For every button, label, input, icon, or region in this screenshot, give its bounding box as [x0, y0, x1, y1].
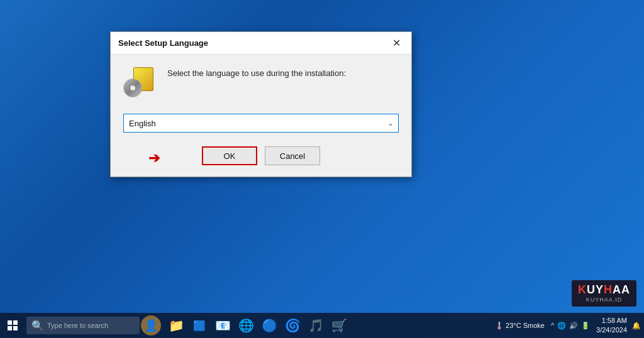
- language-select-wrapper: English French German Spanish Italian Po…: [123, 114, 399, 133]
- installer-icon: [123, 67, 156, 100]
- date-display: 3/24/2024: [596, 325, 627, 335]
- dialog-close-button[interactable]: ✕: [389, 36, 404, 51]
- taskbar: 🔍 👤 📁 🟦 📧 🌐 🔵 🌀 🎵 🛒 🌡️ 23°C Smoke ^: [0, 313, 644, 338]
- language-select[interactable]: English French German Spanish Italian Po…: [123, 114, 399, 133]
- taskbar-app-chrome[interactable]: 🌀: [281, 313, 304, 338]
- taskbar-right: 🌡️ 23°C Smoke ^ 🌐 🔊 🔋 1:58 AM 3/24/2024 …: [495, 316, 644, 335]
- dialog-wrapper: Select Setup Language ✕ Select the langu…: [110, 31, 412, 177]
- dialog-title: Select Setup Language: [118, 38, 208, 48]
- avatar: 👤: [141, 315, 161, 335]
- search-icon: 🔍: [31, 320, 44, 332]
- arrow-indicator: ➔: [148, 150, 160, 166]
- weather-temp: 23°C Smoke: [506, 322, 545, 329]
- system-icons: ^ 🌐 🔊 🔋: [551, 322, 590, 330]
- dialog-instruction: Select the language to use during the in…: [167, 67, 399, 80]
- taskbar-app-browser2[interactable]: 🔵: [258, 313, 280, 338]
- desktop: Select Setup Language ✕ Select the langu…: [0, 0, 644, 338]
- kuyhaa-sub: KUYHAA.ID: [578, 297, 630, 303]
- start-button[interactable]: [0, 313, 25, 338]
- battery-icon: 🔋: [581, 322, 590, 330]
- taskbar-app-fileexplorer[interactable]: 📁: [165, 313, 187, 338]
- taskbar-app-store[interactable]: 🛒: [328, 313, 350, 338]
- setup-language-dialog: Select Setup Language ✕ Select the langu…: [110, 31, 412, 177]
- cancel-button[interactable]: Cancel: [265, 146, 320, 165]
- clock: 1:58 AM 3/24/2024: [596, 316, 627, 335]
- kuyhaa-badge: KUYHAA KUYHAA.ID: [572, 280, 636, 307]
- search-input[interactable]: [47, 322, 123, 329]
- taskbar-app-email[interactable]: 📧: [211, 313, 234, 338]
- taskbar-apps: 📁 🟦 📧 🌐 🔵 🌀 🎵 🛒: [165, 313, 350, 338]
- weather-widget: 🌡️ 23°C Smoke: [495, 322, 545, 330]
- kuyhaa-logo: KUYHAA: [578, 284, 630, 295]
- taskbar-app-browser1[interactable]: 🌐: [235, 313, 257, 338]
- network-icon: 🌐: [557, 322, 566, 330]
- notification-icon: 🔔: [632, 322, 641, 330]
- taskbar-avatar-icon[interactable]: 👤: [140, 313, 162, 338]
- dialog-body: Select the language to use during the in…: [111, 55, 411, 106]
- volume-icon[interactable]: 🔊: [569, 322, 578, 330]
- weather-icon: 🌡️: [495, 322, 504, 330]
- windows-icon: [8, 320, 18, 330]
- cd-icon: [123, 67, 153, 97]
- taskbar-app-color[interactable]: 🟦: [188, 313, 211, 338]
- ok-button[interactable]: OK: [202, 146, 257, 165]
- time-display: 1:58 AM: [602, 316, 627, 325]
- notification-area[interactable]: 🔔: [632, 322, 641, 330]
- dialog-buttons-area: ➔ OK Cancel: [111, 140, 411, 177]
- cd-disc: [123, 79, 142, 97]
- chevron-up-icon[interactable]: ^: [551, 322, 554, 329]
- dialog-dropdown-area: English French German Spanish Italian Po…: [111, 106, 411, 140]
- taskbar-search[interactable]: 🔍: [26, 317, 140, 334]
- taskbar-app-media[interactable]: 🎵: [304, 313, 327, 338]
- dialog-titlebar: Select Setup Language ✕: [111, 32, 411, 55]
